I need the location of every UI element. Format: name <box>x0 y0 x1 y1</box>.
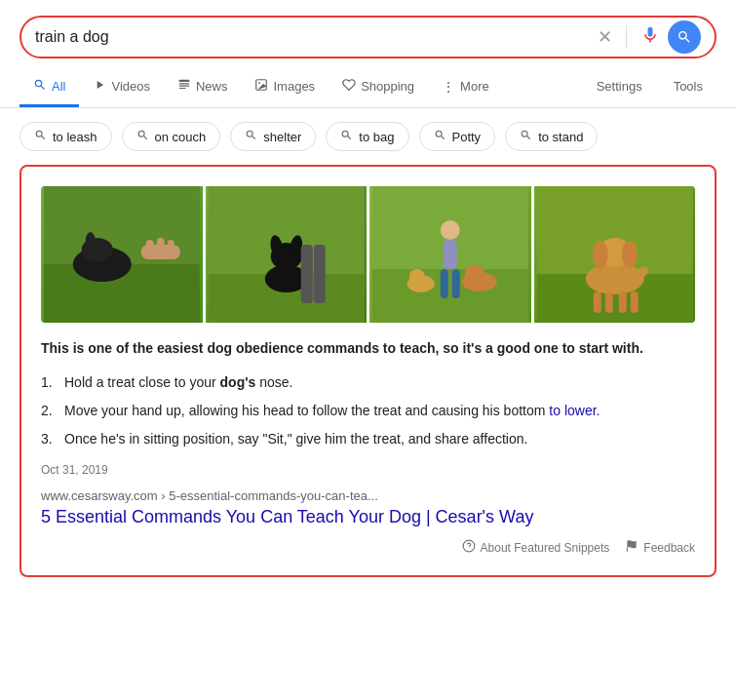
svg-point-30 <box>409 269 425 283</box>
suggestions-row: to leash on couch shelter to bag Potty t… <box>0 108 736 165</box>
svg-rect-0 <box>179 80 190 82</box>
suggestion-on-couch[interactable]: on couch <box>122 122 221 151</box>
chip-label-5: Potty <box>452 130 482 144</box>
svg-rect-12 <box>146 240 154 254</box>
chip-label-2: on couch <box>155 130 207 144</box>
dog-image-1 <box>41 186 203 323</box>
svg-rect-22 <box>313 245 325 303</box>
suggestion-to-bag[interactable]: to bag <box>326 122 408 151</box>
tab-images[interactable]: Images <box>241 68 329 107</box>
chip-search-icon-6 <box>520 129 532 144</box>
svg-rect-44 <box>630 292 638 313</box>
step-1-text: Hold a treat close to your dog's nose. <box>64 372 695 393</box>
snippet-step-2: Move your hand up, allowing his head to … <box>41 401 695 421</box>
tab-videos[interactable]: Videos <box>79 68 164 107</box>
tab-news-label: News <box>196 79 228 94</box>
chip-search-icon-5 <box>434 129 446 144</box>
svg-point-32 <box>465 265 484 281</box>
svg-rect-21 <box>300 245 312 303</box>
suggestion-potty[interactable]: Potty <box>419 122 496 151</box>
more-icon: ⋮ <box>442 79 455 95</box>
snippet-date: Oct 31, 2019 <box>41 463 695 477</box>
snippet-result-link[interactable]: 5 Essential Commands You Can Teach Your … <box>41 507 695 527</box>
shopping-icon <box>342 78 356 95</box>
dog-image-3 <box>369 186 531 323</box>
images-icon <box>254 78 268 95</box>
svg-point-38 <box>592 241 607 268</box>
tab-shopping[interactable]: Shopping <box>329 68 428 107</box>
tab-images-label: Images <box>273 79 315 94</box>
snippet-source: www.cesarsway.com › 5-essential-commands… <box>41 488 695 503</box>
chip-label-4: to bag <box>359 130 394 144</box>
nav-right: Settings Tools <box>583 69 717 106</box>
dog-image-2 <box>206 186 368 323</box>
news-icon <box>177 78 191 95</box>
tab-shopping-label: Shopping <box>361 79 414 94</box>
tools-label: Tools <box>674 79 703 94</box>
chip-search-icon-2 <box>136 129 149 144</box>
suggestion-shelter[interactable]: shelter <box>230 122 316 151</box>
divider <box>626 25 627 49</box>
chip-search-icon-3 <box>245 129 257 144</box>
featured-snippet-card: This is one of the easiest dog obedience… <box>19 165 717 577</box>
step-2-text: Move your hand up, allowing his head to … <box>64 401 695 421</box>
step-2-link: to lower. <box>549 403 600 418</box>
chip-label-1: to leash <box>53 130 97 144</box>
svg-rect-42 <box>604 292 612 313</box>
snippet-step-1: Hold a treat close to your dog's nose. <box>41 372 695 393</box>
snippet-intro: This is one of the easiest dog obedience… <box>41 338 695 359</box>
tab-all-label: All <box>52 79 65 94</box>
dog-image-4 <box>534 186 696 323</box>
svg-rect-3 <box>179 88 186 89</box>
suggestion-to-leash[interactable]: to leash <box>19 122 112 151</box>
svg-rect-43 <box>618 292 626 313</box>
search-button[interactable] <box>668 20 701 54</box>
search-bar-container: ✕ <box>0 0 736 68</box>
chip-label-6: to stand <box>538 130 583 144</box>
settings-tab[interactable]: Settings <box>583 69 656 106</box>
search-box: ✕ <box>19 16 717 58</box>
chip-label-3: shelter <box>263 130 301 144</box>
svg-point-25 <box>441 220 460 240</box>
svg-rect-2 <box>179 86 190 87</box>
svg-point-10 <box>86 232 96 250</box>
tab-more-label: More <box>460 79 489 94</box>
videos-icon <box>93 78 106 95</box>
about-snippets-label: About Featured Snippets <box>481 541 610 555</box>
tab-more[interactable]: ⋮ More <box>428 69 503 107</box>
tab-videos-label: Videos <box>111 79 150 94</box>
svg-rect-26 <box>444 240 457 269</box>
results-container: This is one of the easiest dog obedience… <box>0 165 736 597</box>
mic-icon[interactable] <box>640 25 660 50</box>
clear-icon[interactable]: ✕ <box>598 26 612 48</box>
all-icon <box>33 78 47 95</box>
svg-point-5 <box>259 82 261 84</box>
suggestion-to-stand[interactable]: to stand <box>505 122 598 151</box>
svg-point-39 <box>621 241 637 268</box>
snippet-steps: Hold a treat close to your dog's nose. M… <box>41 372 695 449</box>
nav-tabs: All Videos News Images Shopping ⋮ More S… <box>0 68 736 108</box>
about-snippets-button[interactable]: About Featured Snippets <box>462 539 610 556</box>
card-footer: About Featured Snippets Feedback <box>41 539 695 556</box>
chip-search-icon-1 <box>34 129 47 144</box>
search-input[interactable] <box>35 28 590 46</box>
tab-all[interactable]: All <box>19 68 79 107</box>
settings-label: Settings <box>597 79 642 94</box>
svg-rect-1 <box>179 83 190 84</box>
svg-rect-14 <box>168 240 174 253</box>
snippet-breadcrumb: www.cesarsway.com › 5-essential-commands… <box>41 488 378 503</box>
tab-news[interactable]: News <box>164 68 242 107</box>
step-1-bold: dog's <box>220 374 256 390</box>
flag-icon <box>625 539 639 556</box>
feedback-button[interactable]: Feedback <box>625 539 695 556</box>
step-3-text: Once he's in sitting position, say "Sit,… <box>64 429 695 449</box>
chip-search-icon-4 <box>340 129 353 144</box>
svg-rect-24 <box>372 269 528 323</box>
snippet-step-3: Once he's in sitting position, say "Sit,… <box>41 429 695 449</box>
images-strip <box>41 186 695 323</box>
tools-tab[interactable]: Tools <box>660 69 717 106</box>
svg-rect-27 <box>441 269 448 298</box>
svg-rect-13 <box>157 238 165 254</box>
svg-rect-41 <box>593 292 600 313</box>
svg-rect-28 <box>452 269 460 298</box>
